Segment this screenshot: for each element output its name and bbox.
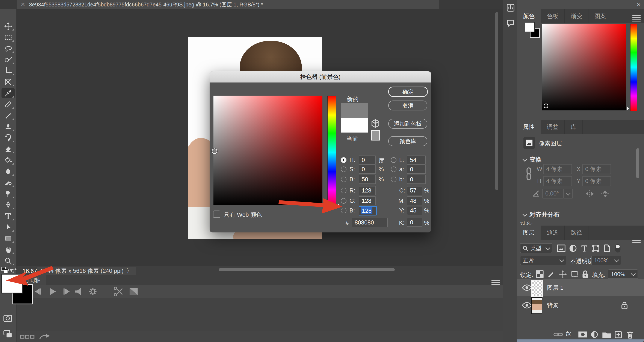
path-selection-tool[interactable] [2, 222, 15, 232]
tab-properties[interactable]: 属性 [517, 120, 541, 134]
render-export-icon[interactable] [39, 333, 51, 340]
ok-button[interactable]: 确定 [388, 87, 428, 97]
hue-slider-left-marker[interactable] [324, 204, 327, 208]
s-field[interactable]: 0 [359, 165, 376, 174]
new-group-folder-icon[interactable] [602, 331, 612, 338]
tab-color[interactable]: 颜色 [517, 9, 541, 23]
canvas-horizontal-scrollbar[interactable] [219, 268, 395, 271]
hue-slider-right-marker[interactable] [336, 204, 339, 208]
tab-paths[interactable]: 路径 [565, 226, 588, 240]
lock-transparent-pixels-icon[interactable] [536, 270, 544, 278]
hand-tool[interactable] [2, 244, 15, 255]
link-layers-icon[interactable] [554, 331, 563, 338]
g-radio[interactable] [341, 198, 346, 204]
close-tab-icon[interactable]: ✕ [20, 1, 25, 8]
h-radio[interactable] [341, 157, 346, 163]
b2-radio[interactable] [341, 208, 346, 213]
object-selection-tool[interactable] [2, 55, 15, 65]
clone-stamp-tool[interactable] [2, 122, 15, 132]
y-field2[interactable]: 45 [407, 206, 422, 215]
lock-artboard-icon[interactable] [571, 270, 578, 278]
filter-type-layers-icon[interactable] [580, 244, 588, 252]
color-field-marker[interactable] [212, 148, 217, 154]
previous-frame-icon[interactable] [32, 287, 45, 296]
new-layer-plus-icon[interactable] [614, 331, 622, 338]
layer1-name[interactable]: 图层 1 [547, 284, 564, 292]
document-info[interactable]: 3744 像素 x 5616 像素 (240 ppi) 〉 [37, 267, 136, 275]
split-clip-scissors-icon[interactable] [112, 287, 126, 296]
b-field[interactable]: 50 [359, 175, 376, 184]
l-radio[interactable] [391, 157, 396, 163]
fill-value[interactable]: 100% [608, 269, 638, 279]
angle-dropdown-icon[interactable] [564, 189, 573, 199]
tab-libraries[interactable]: 库 [565, 120, 583, 134]
color-panel-menu-icon[interactable] [632, 14, 640, 23]
doc-info-chevron-icon[interactable]: 〉 [126, 267, 132, 275]
bb-field[interactable]: 0 [407, 175, 426, 184]
layer-effects-fx-icon[interactable]: fx [566, 330, 571, 337]
l-field[interactable]: 54 [407, 155, 426, 164]
height-field[interactable]: 4 像素 [543, 176, 572, 186]
filter-adjustment-layers-icon[interactable] [569, 244, 577, 252]
layer-filter-type-dropdown[interactable]: 类型 [520, 243, 552, 253]
tab-adjustments[interactable]: 调整 [541, 120, 565, 134]
color-panel-gradient-field[interactable] [542, 24, 626, 110]
visibility-eye-icon[interactable] [522, 302, 532, 308]
b2-field-selected[interactable]: 128 [359, 206, 377, 216]
type-tool[interactable] [2, 211, 15, 221]
color-libraries-button[interactable]: 颜色库 [388, 136, 427, 146]
rotate-angle-field[interactable]: 0.00° [542, 189, 564, 199]
delete-layer-trash-icon[interactable] [626, 331, 634, 338]
width-field[interactable]: 4 像素 [543, 164, 572, 174]
r-field[interactable]: 128 [359, 186, 376, 195]
default-colors-icon[interactable] [1, 266, 10, 274]
filter-pixel-layers-icon[interactable] [557, 244, 566, 252]
frame-tool[interactable] [2, 77, 15, 87]
s-radio[interactable] [341, 166, 346, 172]
swap-colors-icon[interactable] [10, 267, 17, 273]
lock-image-pixels-icon[interactable] [548, 270, 555, 278]
flip-horizontal-icon[interactable] [585, 190, 595, 198]
tab-swatches[interactable]: 色板 [541, 9, 565, 23]
play-icon[interactable] [46, 287, 59, 296]
non-web-safe-cube-icon[interactable] [370, 119, 380, 128]
filter-smart-objects-icon[interactable] [603, 244, 611, 252]
add-to-swatches-button[interactable]: 添加到色板 [388, 119, 427, 129]
comments-panel-icon[interactable] [506, 19, 515, 28]
x-field[interactable]: 0 像素 [582, 164, 611, 174]
rectangle-tool[interactable] [2, 233, 15, 244]
background-layer-name[interactable]: 背景 [547, 302, 558, 309]
tab-layers[interactable]: 图层 [517, 226, 541, 240]
add-layer-mask-icon[interactable] [578, 331, 588, 338]
hue-strip-marker[interactable] [627, 107, 630, 110]
transform-section-header[interactable]: 变换 [522, 155, 542, 164]
screen-mode-icon[interactable] [3, 329, 12, 338]
dialog-title[interactable]: 拾色器 (前景色) [210, 71, 431, 82]
filter-shape-layers-icon[interactable] [592, 244, 600, 252]
layer-row-1[interactable]: 图层 1 [517, 279, 644, 296]
h-field[interactable]: 0 [359, 155, 376, 164]
visibility-eye-icon[interactable] [522, 284, 532, 291]
marquee-tool[interactable] [2, 32, 15, 43]
lock-position-icon[interactable] [559, 270, 567, 278]
background-thumbnail[interactable] [531, 297, 542, 314]
brush-tool[interactable] [2, 110, 15, 121]
timeline-settings-gear-icon[interactable] [87, 287, 99, 296]
paint-bucket-tool[interactable] [2, 155, 15, 165]
cancel-button[interactable]: 取消 [388, 101, 427, 110]
frames-view-icon[interactable] [20, 334, 35, 339]
canvas-vertical-scrollbar[interactable] [495, 12, 498, 190]
move-tool[interactable] [2, 21, 15, 31]
new-adjustment-layer-icon[interactable] [590, 331, 598, 338]
zoom-tool[interactable] [2, 256, 15, 266]
web-safe-color-swatch[interactable] [371, 130, 380, 140]
bb-radio[interactable] [391, 177, 396, 182]
g-field[interactable]: 128 [359, 196, 376, 205]
opacity-value[interactable]: 100% [591, 256, 621, 265]
k-field[interactable]: 0 [407, 218, 422, 227]
pen-tool[interactable] [2, 200, 15, 210]
collapse-dock-icon[interactable]: » [637, 1, 640, 8]
y-field[interactable]: 0 像素 [582, 176, 611, 186]
align-distribute-header[interactable]: 对齐并分布 [522, 211, 560, 219]
blur-tool[interactable] [2, 166, 15, 177]
